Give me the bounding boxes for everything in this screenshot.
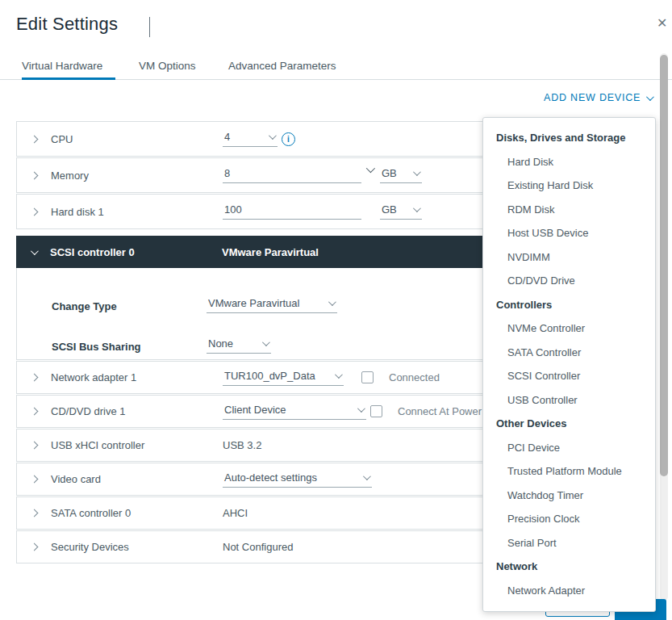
menu-item-scsi-controller[interactable]: SCSI Controller [483, 364, 655, 388]
chevron-down-icon [335, 371, 343, 379]
menu-item-nvdimm[interactable]: NVDIMM [483, 245, 655, 270]
chevron-right-icon[interactable] [31, 207, 39, 216]
sata-controller-value: AHCI [223, 507, 248, 519]
chevron-down-icon[interactable] [366, 164, 375, 173]
cpu-info-icon[interactable]: i [282, 132, 295, 146]
scsi-controller-summary: VMware Paravirtual [222, 246, 319, 258]
scrollbar-track[interactable] [660, 53, 668, 601]
chevron-down-icon [413, 168, 421, 176]
connect-at-power-checkbox-label: Connect At Power [398, 405, 482, 417]
hard-disk-size-input[interactable]: 100 [223, 203, 361, 220]
page-title: Edit Settings [16, 14, 118, 35]
menu-item-precision-clock[interactable]: Precision Clock [483, 507, 655, 531]
menu-item-host-usb-device[interactable]: Host USB Device [483, 221, 655, 245]
memory-unit-select[interactable]: GB [380, 167, 422, 183]
menu-item-rdm-disk[interactable]: RDM Disk [483, 198, 655, 222]
cpu-select[interactable]: 4 [223, 131, 278, 147]
tab-bar: Virtual Hardware VM Options Advanced Par… [0, 57, 672, 80]
connected-checkbox-label: Connected [389, 371, 440, 383]
chevron-right-icon[interactable] [31, 171, 39, 179]
menu-item-existing-hard-disk[interactable]: Existing Hard Disk [483, 174, 655, 198]
tab-advanced-parameters[interactable]: Advanced Parameters [228, 60, 336, 72]
menu-item-pci-device[interactable]: PCI Device [483, 436, 655, 460]
active-tab-indicator [22, 78, 115, 80]
memory-label: Memory [51, 170, 89, 182]
cd-dvd-select[interactable]: Client Device [223, 404, 366, 420]
chevron-right-icon[interactable] [31, 408, 39, 416]
menu-item-usb-controller[interactable]: USB Controller [483, 388, 655, 413]
usb-controller-value: USB 3.2 [223, 439, 261, 451]
connect-at-power-checkbox[interactable] [370, 405, 382, 417]
memory-input[interactable]: 8 [223, 167, 361, 183]
scrollbar-thumb[interactable] [660, 55, 668, 476]
chevron-right-icon[interactable] [31, 543, 39, 551]
chevron-right-icon[interactable] [31, 475, 39, 484]
usb-controller-label: USB xHCI controller [51, 439, 144, 451]
cpu-label: CPU [51, 133, 73, 145]
video-card-select[interactable]: Auto-detect settings [223, 471, 372, 488]
chevron-down-icon [262, 338, 270, 346]
chevron-down-icon [357, 404, 365, 413]
scsi-controller-label: SCSI controller 0 [50, 246, 135, 258]
menu-item-serial-port[interactable]: Serial Port [483, 531, 655, 555]
hard-disk-unit-select[interactable]: GB [380, 203, 422, 220]
hard-disk-label: Hard disk 1 [51, 206, 104, 218]
change-type-select[interactable]: VMware Paravirtual [207, 297, 337, 313]
chevron-right-icon[interactable] [31, 374, 39, 382]
chevron-down-icon [646, 93, 654, 101]
network-adapter-label: Network adapter 1 [51, 371, 136, 383]
title-separator [149, 17, 150, 37]
sata-controller-label: SATA controller 0 [51, 507, 131, 519]
cd-dvd-drive-label: CD/DVD drive 1 [51, 405, 125, 417]
chevron-right-icon[interactable] [31, 509, 39, 517]
chevron-right-icon[interactable] [31, 442, 39, 450]
video-card-label: Video card [51, 473, 101, 485]
tab-vm-options[interactable]: VM Options [139, 60, 196, 72]
add-new-device-label: ADD NEW DEVICE [544, 92, 641, 103]
menu-section-network: Network [483, 555, 655, 579]
connected-checkbox[interactable] [361, 371, 374, 383]
menu-item-network-adapter[interactable]: Network Adapter [483, 579, 655, 603]
menu-item-watchdog-timer[interactable]: Watchdog Timer [483, 484, 655, 508]
change-type-label: Change Type [52, 300, 117, 312]
network-select[interactable]: TUR100_dvP_Data [223, 370, 344, 386]
menu-item-nvme-controller[interactable]: NVMe Controller [483, 316, 655, 341]
bus-sharing-label: SCSI Bus Sharing [52, 341, 141, 353]
edit-settings-dialog: Edit Settings ✕ Virtual Hardware VM Opti… [0, 0, 672, 620]
security-devices-label: Security Devices [51, 541, 129, 553]
chevron-down-icon [328, 298, 336, 306]
close-icon[interactable]: ✕ [657, 15, 667, 31]
chevron-down-icon[interactable] [31, 247, 39, 255]
chevron-down-icon [269, 132, 277, 140]
add-new-device-menu: Disks, Drives and Storage Hard Disk Exis… [482, 117, 656, 612]
menu-item-sata-controller[interactable]: SATA Controller [483, 341, 655, 365]
bus-sharing-select[interactable]: None [207, 337, 271, 354]
menu-section-other-devices: Other Devices [483, 412, 655, 436]
menu-item-hard-disk[interactable]: Hard Disk [483, 150, 655, 174]
chevron-right-icon[interactable] [31, 135, 39, 143]
menu-section-controllers: Controllers [483, 293, 655, 317]
chevron-down-icon [413, 204, 421, 212]
menu-section-disks: Disks, Drives and Storage [483, 126, 655, 150]
menu-item-cd-dvd-drive[interactable]: CD/DVD Drive [483, 269, 655, 293]
security-devices-value: Not Configured [223, 541, 293, 553]
tab-virtual-hardware[interactable]: Virtual Hardware [22, 60, 102, 72]
add-new-device-button[interactable]: ADD NEW DEVICE [544, 92, 652, 103]
menu-item-trusted-platform-module[interactable]: Trusted Platform Module [483, 459, 655, 484]
chevron-down-icon [363, 472, 371, 480]
